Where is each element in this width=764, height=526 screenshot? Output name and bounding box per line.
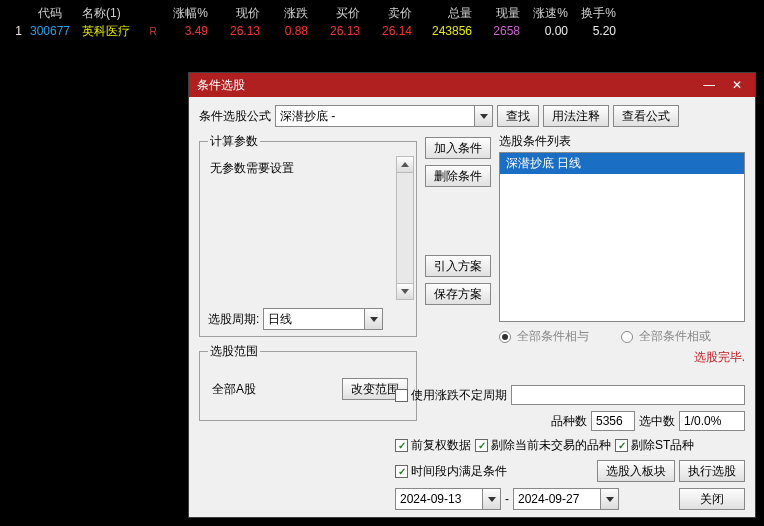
cell-ask: 26.14: [360, 24, 412, 38]
condition-list-item[interactable]: 深潜抄底 日线: [500, 153, 744, 174]
variety-value: 5356: [591, 411, 635, 431]
cell-name: 英科医疗: [78, 23, 146, 40]
range-value: 全部A股: [208, 381, 342, 398]
calc-params-group: 计算参数 无参数需要设置 选股周期: 日线: [199, 133, 417, 337]
fq-checkbox[interactable]: ✓前复权数据: [395, 437, 471, 454]
range-legend: 选股范围: [208, 343, 260, 360]
radio-and-label: 全部条件相与: [517, 328, 589, 345]
stock-row[interactable]: 1 300677 英科医疗 R 3.49 26.13 0.88 26.13 26…: [4, 22, 760, 40]
close-icon[interactable]: ✕: [723, 76, 751, 94]
use-period-field[interactable]: [511, 385, 745, 405]
th-chg: 涨跌: [260, 5, 308, 22]
scroll-down-icon[interactable]: [397, 283, 413, 299]
th-price: 现价: [208, 5, 260, 22]
radio-and[interactable]: [499, 331, 511, 343]
no-params-text: 无参数需要设置: [210, 161, 294, 175]
cell-idx: 1: [4, 24, 22, 38]
cell-spd: 0.00: [520, 24, 568, 38]
use-period-label: 使用涨跌不定周期: [411, 387, 507, 404]
date-from-field[interactable]: 2024-09-13: [395, 488, 501, 510]
add-condition-button[interactable]: 加入条件: [425, 137, 491, 159]
cell-price: 26.13: [208, 24, 260, 38]
selection-done-text: 选股完毕.: [694, 350, 745, 364]
chevron-down-icon[interactable]: [482, 489, 500, 509]
use-period-checkbox[interactable]: 使用涨跌不定周期: [395, 387, 507, 404]
chevron-down-icon[interactable]: [364, 309, 382, 329]
date-sep: -: [505, 492, 509, 506]
th-bid: 买价: [308, 5, 360, 22]
timerange-checkbox[interactable]: ✓时间段内满足条件: [395, 463, 507, 480]
th-now: 现量: [472, 5, 520, 22]
th-vol: 总量: [412, 5, 472, 22]
dialog-title: 条件选股: [197, 77, 245, 94]
execute-button[interactable]: 执行选股: [679, 460, 745, 482]
cell-pct: 3.49: [160, 24, 208, 38]
save-plan-button[interactable]: 保存方案: [425, 283, 491, 305]
close-button[interactable]: 关闭: [679, 488, 745, 510]
import-plan-button[interactable]: 引入方案: [425, 255, 491, 277]
date-from-value: 2024-09-13: [396, 492, 482, 506]
stock-table-header: 代码 名称(1) 涨幅% 现价 涨跌 买价 卖价 总量 现量 涨速% 换手%: [4, 4, 760, 22]
exclude-st-checkbox[interactable]: ✓剔除ST品种: [615, 437, 694, 454]
cell-bid: 26.13: [308, 24, 360, 38]
hit-label: 选中数: [639, 413, 675, 430]
formula-value: 深潜抄底 -: [276, 108, 474, 125]
view-formula-button[interactable]: 查看公式: [613, 105, 679, 127]
cell-rflag: R: [146, 26, 160, 37]
cell-turn: 5.20: [568, 24, 616, 38]
th-name: 名称(1): [78, 5, 146, 22]
condition-list-label: 选股条件列表: [499, 133, 745, 150]
range-group: 选股范围 全部A股 改变范围: [199, 343, 417, 421]
formula-combo[interactable]: 深潜抄底 -: [275, 105, 493, 127]
minimize-icon[interactable]: —: [695, 76, 723, 94]
params-scrollbar[interactable]: [396, 156, 414, 300]
stock-table: 代码 名称(1) 涨幅% 现价 涨跌 买价 卖价 总量 现量 涨速% 换手% 1…: [0, 0, 764, 40]
chevron-down-icon[interactable]: [474, 106, 492, 126]
date-to-field[interactable]: 2024-09-27: [513, 488, 619, 510]
exclude-notrade-checkbox[interactable]: ✓剔除当前未交易的品种: [475, 437, 611, 454]
th-spd: 涨速%: [520, 5, 568, 22]
th-code: 代码: [22, 5, 78, 22]
calc-params-legend: 计算参数: [208, 133, 260, 150]
condition-select-dialog: 条件选股 — ✕ 条件选股公式 深潜抄底 - 查找 用法注释 查看公式 计算参数…: [188, 72, 756, 518]
th-pct: 涨幅%: [160, 5, 208, 22]
period-label: 选股周期:: [208, 311, 259, 328]
cell-code: 300677: [22, 24, 78, 38]
radio-or[interactable]: [621, 331, 633, 343]
variety-label: 品种数: [551, 413, 587, 430]
find-button[interactable]: 查找: [497, 105, 539, 127]
condition-list[interactable]: 深潜抄底 日线: [499, 152, 745, 322]
radio-or-label: 全部条件相或: [639, 328, 711, 345]
th-turn: 换手%: [568, 5, 616, 22]
formula-label: 条件选股公式: [199, 108, 271, 125]
cell-vol: 243856: [412, 24, 472, 38]
scroll-up-icon[interactable]: [397, 157, 413, 173]
delete-condition-button[interactable]: 删除条件: [425, 165, 491, 187]
cell-chg: 0.88: [260, 24, 308, 38]
period-combo[interactable]: 日线: [263, 308, 383, 330]
th-ask: 卖价: [360, 5, 412, 22]
to-block-button[interactable]: 选股入板块: [597, 460, 675, 482]
cell-now: 2658: [472, 24, 520, 38]
date-to-value: 2024-09-27: [514, 492, 600, 506]
dialog-titlebar[interactable]: 条件选股 — ✕: [189, 73, 755, 97]
period-value: 日线: [264, 311, 364, 328]
hit-value: 1/0.0%: [679, 411, 745, 431]
usage-button[interactable]: 用法注释: [543, 105, 609, 127]
chevron-down-icon[interactable]: [600, 489, 618, 509]
